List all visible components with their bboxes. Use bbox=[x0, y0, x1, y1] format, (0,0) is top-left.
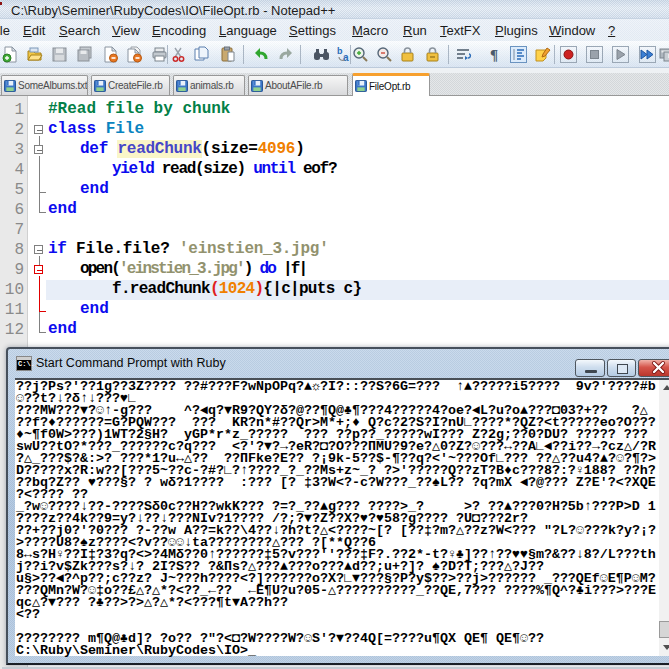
svg-text:¶: ¶ bbox=[490, 47, 498, 63]
svg-text:a: a bbox=[343, 52, 349, 63]
